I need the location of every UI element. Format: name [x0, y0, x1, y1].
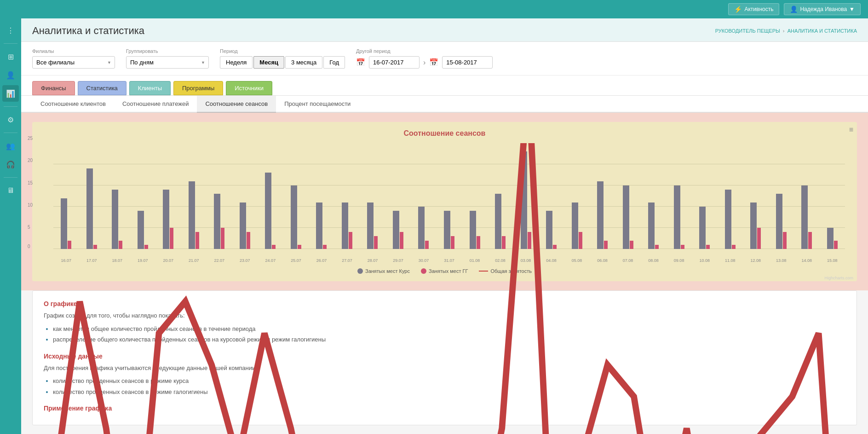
y-label-10: 10 [28, 202, 33, 207]
bar-group-11 [334, 143, 360, 249]
main-tabs: Финансы Статистика Клиенты Программы Ист… [21, 75, 868, 96]
x-label-28: 13.08 [768, 258, 794, 263]
sidebar-divider-2 [4, 106, 17, 107]
bar-gray-26 [725, 190, 731, 249]
chart-container: Соотношение сеансов ≡ 25 20 15 10 5 0 [32, 122, 857, 281]
bar-group-27 [743, 143, 769, 249]
y-label-25: 25 [28, 136, 33, 141]
bar-pink-18 [528, 232, 531, 249]
topbar: ⚡ Активность 👤 Надежда Иванова ▼ [0, 0, 868, 18]
chart-section: Соотношение сеансов ≡ 25 20 15 10 5 0 [21, 113, 868, 290]
lightning-icon: ⚡ [734, 6, 742, 13]
period-year-button[interactable]: Год [323, 56, 345, 69]
subtab-payments-ratio[interactable]: Соотношение платежей [114, 96, 197, 113]
legend-gray-dot [357, 268, 363, 274]
bar-pink-16 [477, 236, 480, 249]
x-label-10: 26.07 [309, 258, 334, 263]
bar-gray-22 [623, 185, 629, 249]
about-intro: График создан для того, чтобы наглядно п… [44, 311, 845, 321]
branches-select-wrapper: Все филиалы [32, 56, 115, 69]
group-label: Группировать [126, 48, 209, 54]
bar-gray-19 [546, 211, 552, 249]
bar-group-1 [79, 143, 105, 249]
data-item-2: количество пройденных сеансов в режиме г… [53, 387, 845, 397]
bar-group-22 [615, 143, 641, 249]
sidebar-support-icon[interactable]: 🎧 [2, 156, 19, 173]
legend-line-symbol [479, 271, 488, 272]
tab-sources[interactable]: Источники [226, 81, 272, 95]
bar-group-29 [794, 143, 820, 249]
x-label-27: 12.08 [743, 258, 769, 263]
tab-finances[interactable]: Финансы [32, 81, 75, 95]
y-label-0: 0 [28, 243, 30, 249]
period-week-button[interactable]: Неделя [220, 56, 253, 69]
subtab-attendance-percent[interactable]: Процент посещаемости [276, 96, 359, 113]
y-label-15: 15 [28, 180, 33, 185]
period-filter: Период Неделя Месяц 3 месяца Год [220, 48, 345, 69]
bar-pink-2 [119, 241, 122, 249]
group-select[interactable]: По дням [126, 56, 209, 69]
bar-pink-22 [630, 241, 633, 249]
chevron-down-icon: ▼ [849, 6, 855, 12]
date-from-input[interactable] [369, 56, 420, 69]
chart-menu-icon[interactable]: ≡ [849, 126, 853, 134]
calendar-from-icon[interactable]: 📅 [356, 58, 365, 67]
bar-pink-17 [502, 236, 506, 249]
subtab-clients-ratio[interactable]: Соотношение клиентов [32, 96, 114, 113]
branches-select[interactable]: Все филиалы [32, 56, 115, 69]
date-to-input[interactable] [442, 56, 493, 69]
x-label-5: 21.07 [181, 258, 207, 263]
y-label-20: 20 [28, 158, 33, 163]
bar-group-23 [641, 143, 667, 249]
other-period-label: Другой период [356, 48, 493, 54]
bar-pink-6 [221, 228, 224, 249]
bar-group-21 [590, 143, 615, 249]
bar-pink-24 [681, 245, 684, 249]
subtab-sessions-ratio[interactable]: Соотношение сеансов [197, 96, 276, 113]
sidebar-chart-icon[interactable]: 📊 [2, 85, 19, 102]
x-label-11: 27.07 [334, 258, 360, 263]
usage-title: Применение графика [44, 405, 845, 412]
period-month-button[interactable]: Месяц [253, 56, 284, 69]
bar-group-15 [437, 143, 462, 249]
bar-gray-25 [699, 207, 706, 249]
bar-group-30 [819, 143, 845, 249]
sidebar-settings-icon[interactable]: ⚙ [2, 111, 19, 128]
x-label-2: 18.07 [104, 258, 130, 263]
bar-gray-16 [470, 211, 476, 249]
bar-gray-18 [521, 151, 527, 249]
user-menu-button[interactable]: 👤 Надежда Иванова ▼ [784, 3, 861, 15]
x-label-20: 05.08 [564, 258, 590, 263]
bar-pink-15 [451, 236, 454, 249]
activity-button[interactable]: ⚡ Активность [728, 3, 779, 15]
sidebar-users-icon[interactable]: 👤 [2, 67, 19, 83]
calendar-to-icon[interactable]: 📅 [429, 58, 438, 67]
bar-pink-29 [808, 232, 812, 249]
bar-gray-12 [367, 203, 374, 249]
sidebar-menu-icon[interactable]: ⋮ [2, 22, 19, 39]
tab-programs[interactable]: Программы [173, 81, 223, 95]
bar-gray-11 [342, 203, 348, 249]
x-label-23: 08.08 [641, 258, 667, 263]
bar-pink-19 [553, 245, 557, 249]
x-label-13: 29.07 [385, 258, 411, 263]
bar-group-18 [513, 143, 539, 249]
about-item-1: как меняется общее количество пройденных… [53, 324, 845, 334]
sidebar-person-icon[interactable]: 👥 [2, 138, 19, 154]
bar-group-17 [488, 143, 513, 249]
data-intro: Для построения графика учитываются следу… [44, 364, 845, 373]
tab-statistics[interactable]: Статистика [78, 81, 126, 95]
sidebar-divider-3 [4, 133, 17, 133]
x-label-9: 25.07 [283, 258, 309, 263]
period-label: Период [220, 48, 345, 54]
x-label-17: 02.08 [488, 258, 513, 263]
branches-label: Филиалы [32, 48, 115, 54]
user-icon: 👤 [790, 6, 798, 13]
sidebar-monitor-icon[interactable]: 🖥 [2, 182, 19, 199]
bar-group-26 [717, 143, 743, 249]
tab-clients[interactable]: Клиенты [129, 81, 171, 95]
bar-pink-9 [298, 245, 301, 249]
sidebar-home-icon[interactable]: ⊞ [2, 48, 19, 65]
period-3months-button[interactable]: 3 месяца [285, 56, 322, 69]
bar-group-4 [155, 143, 181, 249]
